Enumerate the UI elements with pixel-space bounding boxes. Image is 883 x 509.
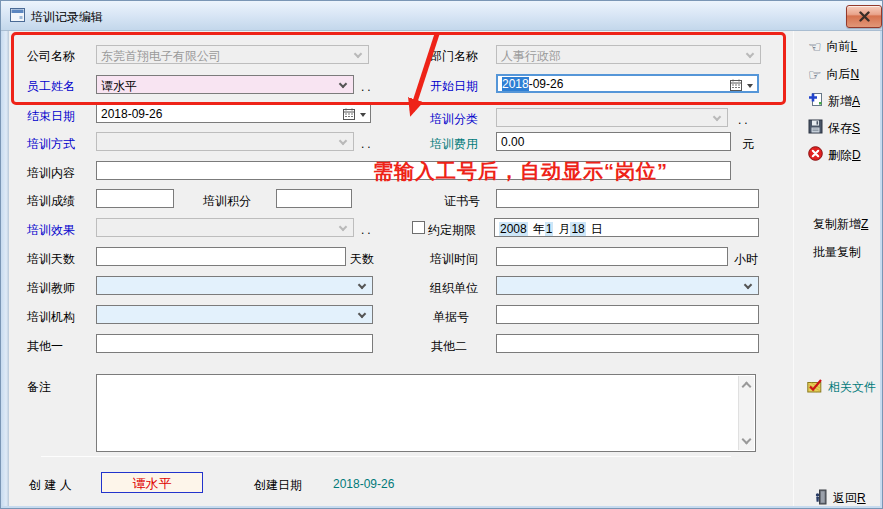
teacher-combo[interactable]: [96, 276, 373, 295]
hours-label: 培训时间: [430, 251, 478, 268]
doc-no-input[interactable]: [496, 305, 759, 324]
footer-divider: [41, 456, 731, 457]
cost-value: 0.00: [501, 135, 524, 149]
score-label: 培训成绩: [27, 193, 75, 210]
chevron-down-icon: [358, 310, 366, 318]
training-record-edit-window: 培训记录编辑 公司名称 东莞首翔电子有限公司 员工姓名 谭水平 .. 结束日期 …: [0, 0, 883, 509]
agreed-term-year-unit: 年: [533, 222, 545, 236]
chevron-down-icon: [358, 281, 366, 289]
end-date-label: 结束日期: [27, 108, 75, 125]
cert-no-label: 证书号: [444, 193, 480, 210]
close-button[interactable]: [846, 5, 882, 28]
other2-input[interactable]: [496, 334, 759, 353]
agreed-term-day: 18: [570, 222, 585, 236]
other1-input[interactable]: [96, 334, 373, 353]
window-right-border: [880, 31, 882, 508]
copy-new-button[interactable]: 复制新增Z: [813, 216, 868, 233]
save-button[interactable]: 保存S: [808, 119, 860, 137]
method-combo: [96, 132, 354, 151]
cost-unit: 元: [742, 136, 754, 153]
delete-icon: [808, 146, 823, 164]
scroll-down-icon[interactable]: [742, 435, 752, 445]
agreed-term-year: 2008: [499, 222, 528, 236]
cert-no-input[interactable]: [496, 189, 759, 208]
agreed-term-day-unit: 日: [591, 222, 603, 236]
window-icon: [10, 8, 25, 26]
next-button[interactable]: ☞ 向后N: [808, 66, 859, 83]
effect-browse-button[interactable]: ..: [361, 223, 374, 237]
batch-copy-button[interactable]: 批量复制: [813, 244, 861, 261]
category-browse-button[interactable]: ..: [738, 113, 751, 127]
create-date-value: 2018-09-26: [333, 477, 394, 491]
delete-button[interactable]: 删除D: [808, 146, 861, 164]
creator-value: 谭水平: [133, 476, 172, 491]
creator-value-box: 谭水平: [101, 472, 203, 493]
cost-input[interactable]: 0.00: [496, 132, 731, 151]
window-title: 培训记录编辑: [31, 9, 103, 26]
agreed-term-date-field[interactable]: 2008年1月18日: [494, 218, 759, 237]
chevron-down-icon: [744, 281, 752, 289]
add-new-icon: [808, 92, 823, 110]
agreed-term-month-unit: 月: [558, 222, 570, 236]
effect-combo: [96, 218, 354, 237]
agreed-term-checkbox[interactable]: [412, 221, 425, 234]
exit-door-icon: [814, 489, 828, 508]
category-combo: [496, 108, 728, 127]
end-date-field[interactable]: 2018-09-26: [96, 104, 371, 123]
end-date-value: 2018-09-26: [101, 107, 162, 121]
titlebar: 培训记录编辑: [1, 1, 882, 31]
creator-label: 创 建 人: [29, 477, 72, 494]
related-files-button[interactable]: 相关文件: [807, 379, 876, 396]
create-date-label: 创建日期: [254, 477, 302, 494]
prev-button[interactable]: ☜ 向前L: [808, 38, 857, 55]
agreed-term-month: 1: [545, 222, 554, 236]
save-floppy-icon: [808, 119, 823, 137]
hours-unit: 小时: [734, 251, 758, 268]
method-browse-button[interactable]: ..: [361, 137, 374, 151]
sidebar-divider: [793, 31, 794, 506]
effect-label: 培训效果: [27, 222, 75, 239]
institution-label: 培训机构: [27, 309, 75, 326]
related-files-icon: [807, 379, 823, 396]
scroll-up-icon[interactable]: [742, 382, 752, 392]
days-label: 培训天数: [27, 251, 75, 268]
cost-label: 培训费用: [430, 136, 478, 153]
score-input[interactable]: [96, 189, 174, 208]
other1-label: 其他一: [27, 338, 63, 355]
add-button[interactable]: 新增A: [808, 92, 860, 110]
org-unit-combo[interactable]: [496, 276, 759, 295]
chevron-down-icon: [339, 223, 347, 231]
days-input[interactable]: [96, 247, 346, 266]
points-label: 培训积分: [203, 193, 251, 210]
chevron-down-icon: [713, 113, 721, 121]
points-input[interactable]: [276, 189, 352, 208]
window-left-border: [1, 31, 9, 508]
days-unit: 天数: [350, 251, 374, 268]
hours-input[interactable]: [496, 247, 728, 266]
method-label: 培训方式: [27, 136, 75, 153]
agreed-term-label: 约定期限: [428, 222, 476, 239]
annotation-arrow-icon: [399, 31, 445, 129]
other2-label: 其他二: [431, 338, 467, 355]
chevron-down-icon: [339, 137, 347, 145]
hand-pointing-left-icon: ☜: [808, 40, 821, 54]
calendar-icon[interactable]: [343, 108, 355, 123]
hand-pointing-right-icon: ☞: [808, 68, 821, 82]
content-label: 培训内容: [27, 165, 75, 182]
org-unit-label: 组织单位: [430, 280, 478, 297]
annotation-note: 需输入工号后，自动显示“岗位”: [373, 158, 668, 185]
doc-no-label: 单据号: [433, 309, 469, 326]
institution-combo[interactable]: [96, 305, 373, 324]
remarks-label: 备注: [27, 379, 51, 396]
dropdown-arrow-icon[interactable]: [360, 113, 366, 117]
back-button[interactable]: 返回R: [814, 489, 866, 508]
window-bottom-border: [1, 506, 882, 508]
remarks-textarea[interactable]: [96, 374, 756, 452]
remarks-scrollbar[interactable]: [738, 376, 754, 450]
close-icon: [859, 11, 870, 22]
teacher-label: 培训教师: [27, 280, 75, 297]
